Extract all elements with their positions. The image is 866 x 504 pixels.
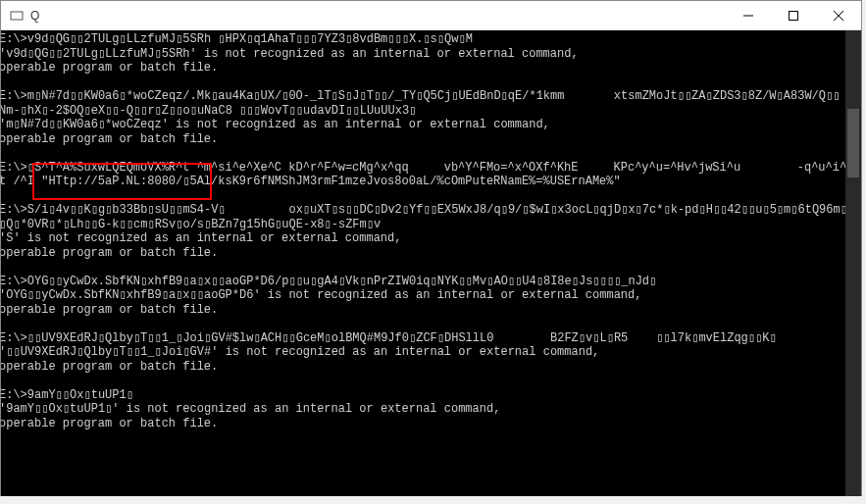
console-line	[1, 317, 845, 331]
console-text: E:\>v9d▯QG▯▯2TULg▯LLzfuMJ▯5SRh ▯HPX▯q1Ah…	[1, 32, 845, 445]
console-line: 'S' is not recognized as an internal or …	[1, 231, 845, 246]
scrollbar-thumb[interactable]	[847, 109, 859, 177]
console-line: E:\>S/i▯4v▯▯K▯g▯b33Bb▯sU▯▯mS4-V▯ ox▯uXT▯…	[1, 203, 845, 218]
console-line: operable program or batch file.	[1, 132, 845, 147]
console-line: operable program or batch file.	[1, 61, 845, 76]
console-line: operable program or batch file.	[1, 246, 845, 261]
console-line: operable program or batch file.	[1, 303, 845, 318]
titlebar[interactable]: Q	[1, 1, 861, 30]
console-line: 'v9d▯QG▯▯2TULg▯LLzfuMJ▯5SRh' is not reco…	[1, 47, 845, 62]
app-icon	[9, 8, 25, 24]
console-line: E:\>m▯N#7d▯▯KW0a6▯*woCZeqz/.Mk▯au4Ka▯UX/…	[1, 89, 845, 104]
console-output[interactable]: E:\>v9d▯QG▯▯2TULg▯LLzfuMJ▯5SRh ▯HPX▯q1Ah…	[1, 30, 861, 499]
svg-rect-2	[790, 11, 798, 20]
console-line	[1, 430, 845, 445]
console-line	[1, 260, 845, 275]
console-line: '▯▯UV9XEdRJ▯Qlby▯T▯▯1_▯Joi▯GV#' is not r…	[1, 345, 845, 360]
console-line: 'm▯N#7d▯▯KW0a6▯*woCZeqz' is not recogniz…	[1, 118, 845, 132]
console-line	[1, 76, 845, 90]
console-line: '9amY▯▯Ox▯tuUP1▯' is not recognized as a…	[1, 402, 845, 417]
console-line	[1, 146, 845, 161]
console-line: E:\>OYG▯▯yCwDx.SbfKN▯xhfB9▯a▯x▯▯aoGP*D6/…	[1, 275, 845, 289]
console-line: ▯Q▯*0VR▯*▯Lh▯▯G-k▯▯cm▯RSv▯o/s▯BZn7g15hG▯…	[1, 218, 845, 232]
console-line	[1, 374, 845, 388]
console-line: Nm-▯hX▯-2$OQ▯eX▯▯-Q▯▯r▯Z▯▯o▯uNaC8 ▯▯▯Wov…	[1, 104, 845, 119]
title-left: Q	[1, 8, 39, 24]
console-line	[1, 189, 845, 204]
console-line: E:\>▯S^T^A%SuxwLQEQmoVX%R^t ^m^si^e^Xe^C…	[1, 161, 845, 176]
console-line: E:\>9amY▯▯Ox▯tuUP1▯	[1, 388, 845, 403]
console-line: E:\>▯▯UV9XEdRJ▯Qlby▯T▯▯1_▯Joi▯GV#$lw▯ACH…	[1, 331, 845, 346]
app-window: Q E:\>v9d▯QG▯▯2TULg▯LLzfuMJ▯5SRh ▯HPX▯q1…	[0, 0, 862, 500]
vertical-scrollbar[interactable]	[845, 30, 861, 499]
svg-rect-0	[11, 12, 23, 20]
bottom-gutter	[0, 496, 862, 504]
console-line: 'OYG▯▯yCwDx.SbfKN▯xhfB9▯a▯x▯▯aoGP*D6' is…	[1, 288, 845, 303]
close-button[interactable]	[816, 1, 861, 29]
maximize-button[interactable]	[771, 1, 816, 29]
console-line: operable program or batch file.	[1, 417, 845, 431]
console-line: E:\>v9d▯QG▯▯2TULg▯LLzfuMJ▯5SRh ▯HPX▯q1Ah…	[1, 32, 845, 47]
console-line: t /^I "HTtp://5aP.NL:8080/▯5Al/ksK9r6fNM…	[1, 175, 845, 189]
window-controls	[726, 1, 861, 29]
console-line: operable program or batch file.	[1, 360, 845, 375]
window-title: Q	[30, 9, 39, 23]
minimize-button[interactable]	[726, 1, 771, 29]
